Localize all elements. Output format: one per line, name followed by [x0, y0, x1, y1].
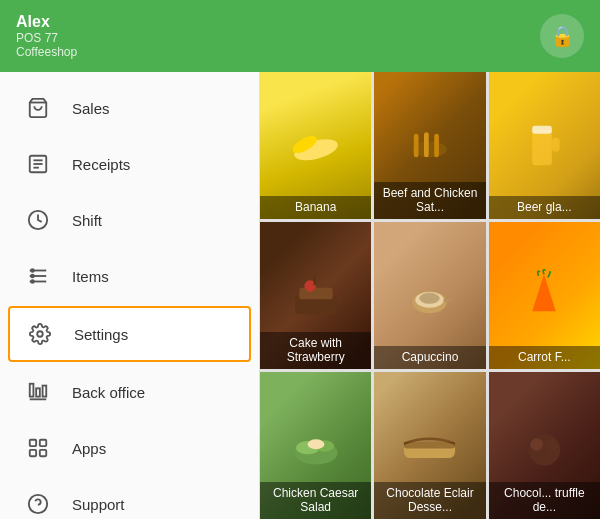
username: Alex — [16, 13, 77, 31]
settings-label: Settings — [74, 326, 128, 343]
grid-item-chicken-salad[interactable]: Chicken Caesar Salad — [260, 372, 371, 519]
back-office-icon — [24, 378, 52, 406]
svg-point-38 — [420, 292, 440, 303]
svg-rect-33 — [299, 287, 332, 299]
main-layout: Sales Receipts Shift Items — [0, 72, 600, 519]
sidebar-item-settings[interactable]: Settings — [8, 306, 251, 362]
svg-point-48 — [547, 440, 558, 451]
apps-icon — [24, 434, 52, 462]
shop-name: Coffeeshop — [16, 45, 77, 59]
sidebar-item-sales[interactable]: Sales — [0, 80, 259, 136]
svg-rect-30 — [533, 126, 553, 134]
svg-rect-14 — [36, 388, 40, 396]
grid-item-carrot[interactable]: Carrot F... — [489, 222, 600, 369]
sidebar-item-apps[interactable]: Apps — [0, 420, 259, 476]
grid-item-cake[interactable]: Cake with Strawberry — [260, 222, 371, 369]
svg-rect-26 — [414, 134, 419, 158]
items-label: Items — [72, 268, 109, 285]
sidebar-item-shift[interactable]: Shift — [0, 192, 259, 248]
svg-point-12 — [37, 331, 43, 337]
settings-icon — [26, 320, 54, 348]
sales-label: Sales — [72, 100, 110, 117]
grid-item-cappuccino[interactable]: Capuccino — [374, 222, 485, 369]
items-icon — [24, 262, 52, 290]
eclair-label: Chocolate Eclair Desse... — [374, 482, 485, 519]
svg-rect-27 — [424, 132, 429, 157]
receipts-icon — [24, 150, 52, 178]
svg-rect-45 — [404, 442, 455, 448]
svg-rect-17 — [30, 440, 36, 446]
banana-label: Banana — [260, 196, 371, 219]
grid-item-banana[interactable]: Banana — [260, 72, 371, 219]
svg-point-47 — [530, 438, 543, 451]
pos-id: POS 77 — [16, 31, 77, 45]
apps-label: Apps — [72, 440, 106, 457]
svg-point-11 — [31, 280, 34, 283]
svg-rect-13 — [30, 384, 34, 397]
beef-chicken-label: Beef and Chicken Sat... — [374, 182, 485, 219]
svg-point-43 — [307, 439, 324, 449]
truffle-label: Chocol... truffle de... — [489, 482, 600, 519]
sidebar-item-receipts[interactable]: Receipts — [0, 136, 259, 192]
app-header: Alex POS 77 Coffeeshop 🔒 — [0, 0, 600, 72]
support-label: Support — [72, 496, 125, 513]
sales-icon — [24, 94, 52, 122]
chicken-salad-label: Chicken Caesar Salad — [260, 482, 371, 519]
sidebar-item-support[interactable]: Support — [0, 476, 259, 519]
lock-icon: 🔒 — [550, 24, 575, 48]
shift-label: Shift — [72, 212, 102, 229]
svg-rect-35 — [313, 275, 316, 285]
svg-rect-19 — [30, 450, 36, 456]
lock-button[interactable]: 🔒 — [540, 14, 584, 58]
svg-rect-15 — [43, 386, 47, 397]
back-office-label: Back office — [72, 384, 145, 401]
support-icon — [24, 490, 52, 518]
user-info: Alex POS 77 Coffeeshop — [16, 13, 77, 59]
cappuccino-label: Capuccino — [374, 346, 485, 369]
svg-rect-20 — [40, 450, 46, 456]
svg-rect-18 — [40, 440, 46, 446]
cake-label: Cake with Strawberry — [260, 332, 371, 369]
grid-item-beer[interactable]: Beer gla... — [489, 72, 600, 219]
carrot-label: Carrot F... — [489, 346, 600, 369]
sidebar-item-back-office[interactable]: Back office — [0, 364, 259, 420]
svg-point-9 — [31, 269, 34, 272]
svg-rect-39 — [444, 298, 452, 302]
receipts-label: Receipts — [72, 156, 130, 173]
shift-icon — [24, 206, 52, 234]
beer-label: Beer gla... — [489, 196, 600, 219]
svg-rect-31 — [552, 138, 560, 152]
grid-item-truffle[interactable]: Chocol... truffle de... — [489, 372, 600, 519]
svg-rect-29 — [533, 130, 553, 165]
grid-item-eclair[interactable]: Chocolate Eclair Desse... — [374, 372, 485, 519]
grid-item-beef-chicken[interactable]: Beef and Chicken Sat... — [374, 72, 485, 219]
sidebar: Sales Receipts Shift Items — [0, 72, 260, 519]
svg-rect-28 — [435, 134, 440, 158]
food-grid: Banana Beef and Chicken Sat... Beer gla.… — [260, 72, 600, 519]
svg-point-10 — [31, 275, 34, 278]
sidebar-item-items[interactable]: Items — [0, 248, 259, 304]
